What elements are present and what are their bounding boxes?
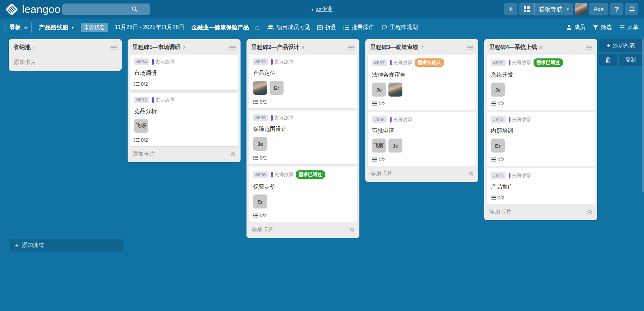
chevron-down-icon	[24, 26, 28, 29]
card-title: 竞品分析	[134, 108, 234, 115]
kanban-card[interactable]: #635史诗故事保障范围设计Je0/2	[249, 111, 357, 164]
column-menu-icon[interactable]	[110, 45, 117, 50]
org-switcher[interactable]: ▾ xx企业	[311, 0, 332, 19]
menu-button[interactable]: ☰ 菜单	[620, 24, 638, 31]
member-avatar[interactable]: Er	[491, 139, 505, 153]
search-icon[interactable]	[131, 6, 138, 12]
kanban-card[interactable]: #639史诗故事需求已通过系统开发Je0/2	[487, 55, 595, 110]
checklist-progress: 0/2	[491, 101, 591, 106]
batch-operations-button[interactable]: 批量操作	[343, 24, 374, 31]
column-header: 里程碑4—系统上线3	[484, 39, 597, 55]
filter-button[interactable]: 筛选	[593, 24, 612, 31]
epic-type-label: 史诗故事	[274, 59, 294, 65]
columns-container: 收纳池0添加卡片里程碑1—市场调研2#634史诗故事市场调研0/2#632史诗故…	[0, 36, 644, 238]
date-range[interactable]: 11月28日 - 2025年11月28日	[115, 24, 185, 31]
user-avatar[interactable]	[575, 3, 587, 15]
member-avatar[interactable]: Er	[253, 195, 267, 208]
delete-list-button[interactable]	[599, 54, 617, 66]
checklist-count: 0/2	[260, 213, 267, 218]
checklist-count: 0/2	[260, 99, 267, 105]
cards-list: #634史诗故事市场调研0/2#632史诗故事竞品分析飞呀0/2	[128, 55, 241, 146]
copy-list-button[interactable]: 复制	[619, 54, 643, 66]
collapse-column-icon[interactable]	[230, 152, 236, 156]
epic-type-label: 史诗故事	[274, 171, 294, 178]
checklist-count: 0/2	[141, 81, 148, 87]
add-card-button[interactable]: 添加卡片	[489, 208, 511, 215]
favorite-star-icon[interactable]: ☆	[254, 24, 260, 31]
member-avatar[interactable]: Je	[491, 83, 505, 97]
add-board-button[interactable]: +	[504, 3, 517, 15]
column-menu-icon[interactable]	[348, 45, 355, 50]
epic-color-bar	[152, 97, 154, 103]
card-tag: 需求已通过	[296, 170, 325, 179]
cards-list: #639史诗故事需求已通过系统开发Je0/2#640史诗故事内部培训Er0/2#…	[484, 55, 597, 204]
milestone-plan-button[interactable]: 里程碑规划	[381, 24, 418, 31]
column-menu-icon[interactable]	[467, 45, 473, 50]
kanban-card[interactable]: #641史诗故事产品推广0/2	[487, 168, 595, 204]
board-menu-dropdown[interactable]: 看板	[6, 22, 32, 33]
member-avatar[interactable]: Je	[388, 139, 402, 153]
visibility-setting[interactable]: 项目成员可见	[267, 24, 310, 31]
collapse-column-icon[interactable]	[349, 227, 355, 232]
collapse-column-icon[interactable]	[587, 210, 592, 214]
column-header: 里程碑2—产品设计3	[246, 39, 359, 55]
add-swimlane-button[interactable]: + 添加泳道	[10, 239, 123, 252]
column-menu-icon[interactable]	[586, 45, 592, 50]
card-meta-row: #641史诗故事	[491, 172, 591, 179]
kanban-card[interactable]: #633史诗故事产品定位Er0/2	[249, 55, 357, 108]
collapse-all-button[interactable]: 折叠	[317, 24, 336, 31]
add-card-button[interactable]: 添加卡片	[251, 226, 274, 233]
card-title: 市场调研	[134, 70, 234, 77]
members-button[interactable]: 成员	[567, 24, 585, 31]
card-members-row: Je	[491, 83, 591, 97]
card-members-row: Je	[253, 137, 353, 151]
member-avatar[interactable]: Je	[372, 83, 386, 97]
kanban-card[interactable]: #638史诗故事审批申请飞呀Je0/2	[368, 112, 476, 166]
member-avatar[interactable]: Er	[270, 81, 284, 95]
notifications-button[interactable]	[625, 3, 638, 15]
collapse-column-icon[interactable]	[468, 171, 473, 176]
collapsed-panel-strip[interactable]	[642, 38, 644, 192]
checklist-progress: 0/2	[134, 81, 234, 87]
member-avatar[interactable]: Je	[253, 137, 267, 151]
checklist-progress: 0/2	[253, 213, 353, 218]
leangoo-logo-icon	[5, 2, 19, 16]
epic-type-label: 史诗故事	[512, 59, 531, 66]
view-menu-dropdown[interactable]: 产品路线图 ▾	[39, 23, 74, 31]
epic-color-bar	[390, 117, 392, 122]
member-avatar[interactable]: 飞呀	[372, 139, 386, 153]
kanban-card[interactable]: #640史诗故事内部培训Er0/2	[487, 112, 595, 166]
checklist-icon	[372, 157, 377, 162]
status-badge[interactable]: 未设状态	[81, 23, 108, 32]
member-photo-avatar[interactable]	[253, 81, 267, 95]
kanban-card[interactable]: #637史诗故事需求待确认法律合规审查Je0/2	[368, 55, 476, 110]
checklist-icon	[253, 213, 258, 218]
checklist-icon	[372, 101, 377, 106]
member-avatar[interactable]: 飞呀	[134, 119, 148, 133]
board-column: 收纳池0添加卡片	[9, 39, 122, 71]
top-bar: leangoo ▾ xx企业 + 看板导航 ▾ Axe ?	[0, 0, 644, 19]
kanban-card[interactable]: #636史诗故事需求已通过保费定价Er0/2	[249, 167, 357, 222]
epic-color-bar	[390, 60, 392, 65]
epic-color-bar	[271, 59, 273, 65]
kanban-card[interactable]: #632史诗故事竞品分析飞呀0/2	[130, 93, 238, 146]
kanban-card[interactable]: #634史诗故事市场调研0/2	[130, 55, 238, 90]
checklist-icon	[134, 82, 139, 86]
help-button[interactable]: ?	[610, 3, 623, 15]
column-menu-icon[interactable]	[229, 45, 236, 50]
add-swimlane-label: 添加泳道	[22, 242, 44, 249]
board-nav-button[interactable]: 看板导航 ▾	[519, 3, 573, 15]
cards-list: #637史诗故事需求待确认法律合规审查Je0/2#638史诗故事审批申请飞呀Je…	[365, 55, 478, 166]
add-card-button[interactable]: 添加卡片	[14, 59, 36, 66]
board-title[interactable]: 金融业—健康保险产品	[191, 24, 249, 31]
column-card-count: 0	[33, 44, 35, 50]
app-logo[interactable]: leangoo	[0, 2, 60, 16]
add-list-button[interactable]: + 添加列表	[599, 39, 643, 52]
add-card-button[interactable]: 添加卡片	[370, 170, 393, 177]
checklist-count: 0/2	[379, 157, 386, 162]
member-photo-avatar[interactable]	[388, 83, 402, 97]
toolbar-right: 成员 筛选 ☰ 菜单	[567, 24, 638, 31]
add-card-button[interactable]: 添加卡片	[133, 150, 155, 158]
user-menu-button[interactable]: Axe	[589, 3, 608, 15]
checklist-progress: 0/2	[253, 99, 353, 105]
